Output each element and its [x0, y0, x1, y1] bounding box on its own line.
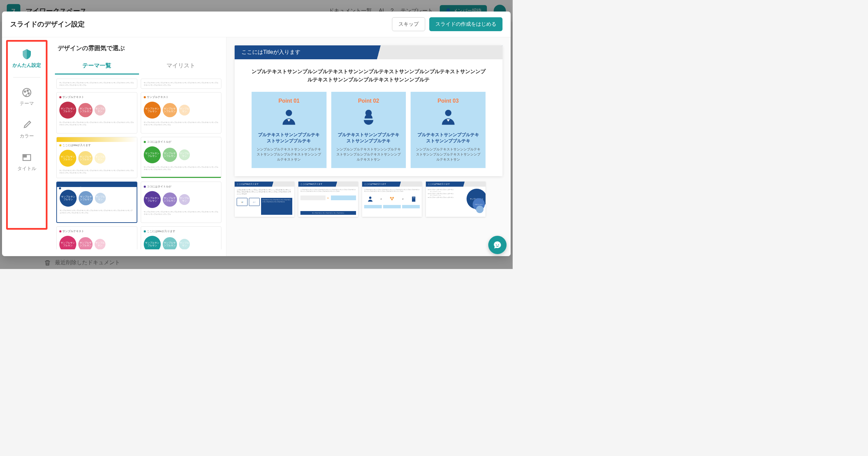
skip-button[interactable]: スキップ	[392, 17, 425, 31]
recently-deleted[interactable]: 最近削除したドキュメント	[44, 259, 120, 266]
palette-icon	[21, 86, 33, 99]
svg-rect-5	[23, 154, 26, 157]
tab-my-list[interactable]: マイリスト	[139, 58, 223, 75]
center-title: デザインの雰囲気で選ぶ	[58, 44, 223, 52]
layout-icon	[21, 151, 33, 164]
sidebar-item-title[interactable]: タイトル	[8, 147, 45, 177]
theme-card[interactable]: サンプルテキストサンプルテキストサンプルテキストサンプルテキストサンプルテキスト…	[56, 79, 137, 89]
chat-icon	[493, 240, 502, 250]
theme-card-orange[interactable]: サンプルテキスト サンプルサンプルサンサンプルサンプルサンサンプルサン サンプル…	[141, 92, 222, 133]
svg-point-0	[23, 88, 31, 97]
person-male-icon	[279, 107, 298, 126]
sidebar-label: タイトル	[17, 166, 36, 172]
shapes-icon: △○	[249, 198, 260, 206]
svg-point-2	[27, 90, 28, 91]
start-creating-button[interactable]: スライドの作成をはじめる	[429, 17, 502, 31]
sidebar-item-easy[interactable]: かんたん設定	[8, 43, 45, 73]
preview-subtitle: ンプルテキストサンンプルンプルテキストサンンンプルテキストサンンプルンプルテキス…	[252, 67, 486, 84]
svg-point-7	[445, 110, 451, 116]
preview-panel: ここにはTitleが入ります ンプルテキストサンンプルンプルテキストサンンンプル…	[226, 37, 511, 256]
person-icon	[367, 195, 374, 202]
thumbnail[interactable]: ここにはTitleが入ります ンプルテキストサンンプルンプルテキストサンンンプル…	[362, 182, 422, 217]
sidebar-label: テーマ	[20, 101, 34, 107]
svg-point-1	[24, 91, 26, 92]
sidebar-item-color[interactable]: カラー	[8, 114, 45, 144]
svg-point-11	[391, 199, 393, 201]
sidebar: かんたん設定 テーマ カラー タイトル	[2, 37, 52, 256]
svg-point-8	[369, 197, 372, 199]
sidebar-label: カラー	[20, 133, 34, 139]
thumbnail[interactable]: ここにはTitleが入ります ● サンプルヘッダーサンプルヘッダーサン サンプル…	[426, 182, 486, 217]
theme-card[interactable]: サンプルテキストサンプルテキストサンプルテキストサンプルテキストサンプルテキスト…	[141, 79, 222, 89]
person-male-icon	[439, 107, 458, 126]
group-icon	[389, 195, 395, 202]
thumbnail[interactable]: ここにはTitleが入ります ンプルテキストサンンプルンプルテキストサンンンプル…	[235, 182, 294, 217]
svg-rect-13	[413, 198, 414, 198]
theme-card-pink[interactable]: サンプルテキスト サンプルサンプルサンサンプルサンプルサンサンプルサン サンプル…	[56, 226, 137, 249]
thumbnail[interactable]: ここにはTitleが入ります ンプルテキストサンンプルンプルテキストサンンンプル…	[298, 182, 358, 217]
theme-picker: デザインの雰囲気で選ぶ テーマ一覧 マイリスト サンプルテキストサンプルテキスト…	[52, 37, 226, 256]
theme-card-red[interactable]: サンプルテキスト サンプルサンプルサンサンプルサンプルサンサンプルサン サンプル…	[56, 92, 137, 133]
svg-rect-12	[412, 197, 415, 202]
svg-point-9	[390, 197, 392, 199]
shield-icon	[21, 48, 33, 60]
theme-card-yellow[interactable]: ここにはtitleが入ります サンプルサンプルサンサンプルサンプルサンサンプルサ…	[56, 137, 137, 178]
building-icon	[410, 195, 417, 202]
svg-point-6	[286, 110, 292, 116]
preview-title: ここにはTitleが入ります	[241, 49, 300, 55]
design-settings-modal: スライドのデザイン設定 スキップ スライドの作成をはじめる かんたん設定 テーマ…	[2, 12, 511, 256]
sidebar-label: かんたん設定	[13, 62, 41, 68]
point-card: Point 03 プルテキストサンンプブルテキストサンンプブルテキ ンンプルンプ…	[411, 92, 486, 168]
preview-slide: ここにはTitleが入ります ンプルテキストサンンプルンプルテキストサンンンプル…	[235, 45, 502, 176]
modal-title: スライドのデザイン設定	[10, 20, 85, 29]
person-female-icon	[359, 107, 378, 126]
point-card: Point 02 プルテキストサンンプブルテキストサンンプブルテキ ンンプルンプ…	[331, 92, 406, 168]
trash-icon	[44, 260, 51, 266]
chart-icon: 📊	[237, 198, 248, 206]
sidebar-item-theme[interactable]: テーマ	[8, 82, 45, 111]
chat-support-button[interactable]	[488, 236, 507, 254]
point-card: Point 01 プルテキストサンンプブルテキストサンンプブルテキ ンンプルンプ…	[252, 92, 327, 168]
theme-card-blue[interactable]: ここにはtitleが入ります サンプルサンプルサンサンプルサンプルサンサンプルサ…	[56, 182, 137, 223]
theme-card-green[interactable]: ココにはタイトルが サンプルサンプルサンサンプルサンプルサンサンプルサン サンプ…	[141, 137, 222, 178]
thumbnail-strip: ここにはTitleが入ります ンプルテキストサンンプルンプルテキストサンンンプル…	[235, 182, 502, 217]
tab-theme-list[interactable]: テーマ一覧	[55, 58, 139, 75]
svg-point-16	[498, 244, 499, 245]
svg-rect-14	[414, 198, 415, 198]
svg-point-3	[28, 93, 29, 94]
brush-icon	[21, 119, 33, 131]
svg-point-10	[392, 197, 394, 199]
svg-point-15	[496, 244, 496, 245]
theme-card-teal[interactable]: ここにはtitleが入ります サンプルサンプルサンサンプルサンプルサンサンプルサ…	[141, 226, 222, 249]
theme-card-purple[interactable]: ココにはタイトルが サンプルサンプルサンサンプルサンプルサンサンプルサン サンプ…	[141, 182, 222, 223]
